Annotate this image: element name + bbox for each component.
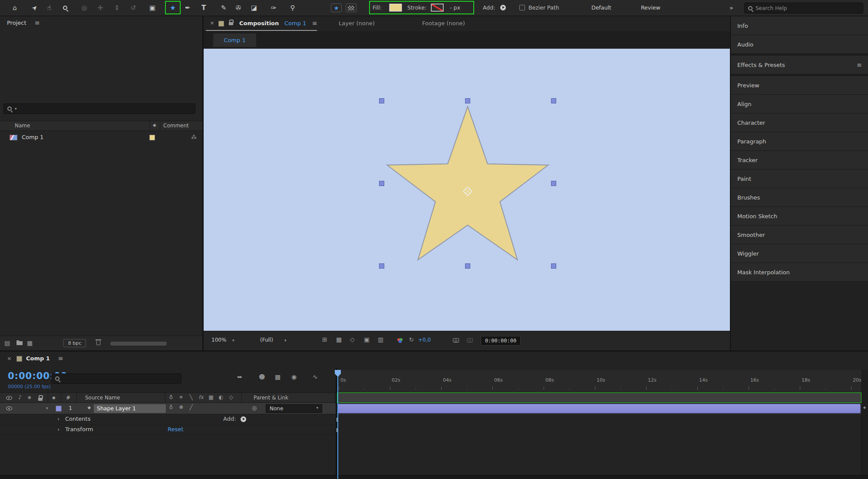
tool-creates-mask-toggle[interactable] [346, 3, 356, 12]
composition-tab-label[interactable]: Composition [239, 20, 279, 27]
layer-name[interactable]: Shape Layer 1 [94, 404, 166, 413]
type-tool-icon[interactable]: T [198, 2, 209, 13]
contents-group-row[interactable]: › Contents Add: [0, 414, 336, 425]
project-search-input[interactable] [20, 106, 191, 112]
home-icon[interactable]: ⌂ [9, 2, 20, 13]
search-help-box[interactable] [744, 3, 863, 13]
workspace-overflow-chevron[interactable]: » [729, 4, 733, 11]
zoom-tool-icon[interactable] [59, 2, 71, 13]
selection-handle[interactable] [551, 99, 556, 103]
tag-icon[interactable]: ◆ [153, 123, 156, 127]
new-folder-icon[interactable] [17, 341, 23, 345]
comp-marker-icon[interactable]: ◆ [863, 406, 866, 409]
pixel-aspect-icon[interactable]: ▥ [378, 336, 383, 343]
brush-tool-icon[interactable]: ✎ [218, 2, 229, 13]
exposure-offset-value[interactable]: +0,0 [418, 337, 431, 343]
panel-item-mask-interpolation[interactable]: Mask Interpolation [731, 263, 868, 282]
pan-camera-tool-icon[interactable]: ✛ [95, 2, 106, 13]
project-item-row[interactable]: Comp 1 ⁂ [0, 132, 202, 143]
panel-item-wiggler[interactable]: Wiggler [731, 244, 868, 263]
orbit-camera-tool-icon[interactable]: ◎ [79, 2, 90, 13]
horizontal-scrollbar[interactable] [110, 342, 167, 346]
reset-exposure-icon[interactable]: ↻ [409, 336, 414, 343]
panel-item-align[interactable]: Align [731, 95, 868, 113]
panel-item-audio[interactable]: Audio [731, 35, 868, 54]
panel-item-character[interactable]: Character [731, 113, 868, 132]
panel-item-paragraph[interactable]: Paragraph [731, 132, 868, 151]
transform-group-row[interactable]: › Transform Reset [0, 425, 336, 435]
panel-item-preview[interactable]: Preview [731, 76, 868, 95]
parent-pickwhip-icon[interactable]: ◎ [252, 405, 257, 411]
motion-blur-icon[interactable]: ◉ [291, 373, 297, 380]
rotation-tool-icon[interactable]: ↺ [128, 2, 139, 13]
bezier-path-checkbox[interactable] [519, 5, 525, 10]
pan-behind-tool-icon[interactable]: ▣ [147, 2, 158, 13]
color-depth-button[interactable]: 8 bpc [63, 339, 86, 347]
contents-expander-icon[interactable]: › [57, 416, 59, 422]
star-shape-tool-icon[interactable]: ★ [167, 2, 178, 13]
region-of-interest-icon[interactable]: ▣ [364, 336, 370, 343]
transform-reset-link[interactable]: Reset [168, 426, 183, 432]
viewer-tab-comp1[interactable]: Comp 1 [213, 33, 256, 47]
layer-collapse-icon[interactable]: ❋ [177, 404, 185, 410]
panel-item-smoother[interactable]: Smoother [731, 226, 868, 244]
parent-dropdown[interactable]: None▾ [266, 404, 322, 413]
layer-quality-icon[interactable]: ╱ [187, 404, 195, 410]
graph-editor-icon[interactable]: ∿ [313, 373, 318, 380]
panel-item-brushes[interactable]: Brushes [731, 188, 868, 207]
selection-handle[interactable] [380, 181, 384, 186]
roto-brush-tool-icon[interactable]: ✑ [268, 2, 279, 13]
transparency-grid-icon[interactable]: ▩ [336, 336, 342, 343]
pen-tool-icon[interactable]: ✒ [182, 2, 193, 13]
name-column-header[interactable]: Name [15, 123, 30, 129]
puppet-pin-tool-icon[interactable]: ⚲ [287, 2, 298, 13]
selection-handle[interactable] [465, 264, 470, 269]
selection-handle[interactable] [380, 99, 384, 103]
timeline-tab-label[interactable]: Comp 1 [26, 355, 50, 362]
tool-creates-shape-toggle[interactable]: ★ [331, 3, 342, 12]
add-shape-button[interactable] [500, 5, 506, 10]
interpret-footage-icon[interactable]: ▤ [4, 339, 10, 346]
project-item-name[interactable]: Comp 1 [22, 134, 43, 140]
timeline-search-box[interactable] [51, 373, 182, 384]
fill-color-swatch[interactable] [389, 3, 402, 12]
resolution-dropdown[interactable]: (Full) [260, 337, 273, 343]
transform-group-label[interactable]: Transform [65, 426, 93, 432]
eraser-tool-icon[interactable]: ◪ [248, 2, 260, 13]
panel-item-effects-presets[interactable]: Effects & Presets≡ [731, 56, 868, 74]
workspace-tab-default[interactable]: Default [591, 4, 611, 11]
composition-viewport[interactable] [204, 49, 730, 331]
mini-flowchart-icon[interactable]: ➥ [237, 373, 242, 380]
panel-item-paint[interactable]: Paint [731, 170, 868, 188]
snapshot-icon[interactable] [453, 338, 459, 343]
label-color-chip[interactable] [149, 135, 155, 140]
layer-duration-bar[interactable] [337, 404, 861, 413]
selection-handle[interactable] [551, 181, 556, 186]
project-search-box[interactable]: ▾ [3, 103, 195, 114]
star-shape[interactable] [387, 106, 548, 260]
contents-group-label[interactable]: Contents [65, 416, 90, 422]
layer-color-chip[interactable] [56, 406, 62, 412]
comment-column-header[interactable]: Comment [163, 123, 189, 129]
zoom-level-dropdown[interactable]: 100% [211, 337, 226, 343]
timeline-bottom-strip[interactable] [0, 475, 868, 479]
show-snapshot-icon[interactable] [467, 338, 473, 343]
work-area-bar[interactable] [337, 393, 861, 403]
project-panel-menu-icon[interactable]: ≡ [35, 19, 40, 26]
preview-timecode[interactable]: 0:00:00:00 [481, 336, 521, 346]
footage-tab[interactable]: Footage (none) [422, 20, 465, 27]
hand-tool-icon[interactable]: ☝ [43, 2, 55, 13]
trash-icon[interactable] [96, 341, 100, 345]
layer-tab[interactable]: Layer (none) [339, 20, 375, 27]
search-help-input[interactable] [756, 5, 859, 11]
panel-item-tracker[interactable]: Tracker [731, 151, 868, 170]
timeline-menu-icon[interactable]: ≡ [58, 355, 63, 362]
selection-handle[interactable] [380, 264, 384, 269]
composition-tab-comp-name[interactable]: Comp 1 [284, 20, 306, 27]
grid-guides-icon[interactable]: ⊞ [322, 336, 327, 343]
panel-item-motion-sketch[interactable]: Motion Sketch [731, 207, 868, 226]
playhead-line[interactable] [337, 370, 338, 479]
timeline-close-icon[interactable]: × [7, 355, 12, 362]
contents-add-button[interactable] [241, 416, 246, 422]
transform-expander-icon[interactable]: › [57, 426, 59, 432]
